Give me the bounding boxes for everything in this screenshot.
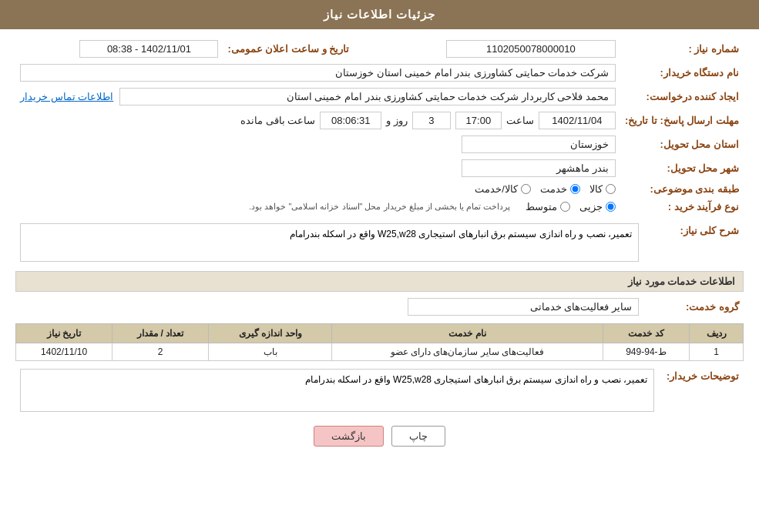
cell-tarikh: 1402/11/10 (16, 343, 113, 361)
mohlat-label: مهلت ارسال پاسخ: تا تاریخ: (620, 109, 744, 132)
cell-tedad: 2 (113, 343, 209, 361)
shomara-niaz-value: 1102050078000010 (446, 40, 616, 58)
tozihat-textarea[interactable] (20, 369, 654, 412)
print-button[interactable]: چاپ (391, 426, 445, 447)
col-nam: نام خدمت (332, 324, 603, 343)
gorohe-khedmat-label: گروه خدمت: (643, 295, 744, 319)
noue-radio-group: جزیی متوسط (526, 201, 616, 212)
tarikh-elaan-label: تاریخ و ساعت اعلان عمومی: (223, 37, 354, 61)
tabaqe-label: طبقه بندی موضوعی: (620, 180, 744, 198)
saat-label: ساعت (506, 115, 534, 126)
ijad-konande-label: ایجاد کننده درخواست: (620, 85, 744, 109)
radio-khedmat[interactable]: خدمت (540, 183, 580, 195)
roz-value: 3 (412, 112, 451, 129)
gorohe-khedmat-value: سایر فعالیت‌های خدماتی (408, 298, 639, 316)
cell-nam: فعالیت‌های سایر سازمان‌های دارای عضو (332, 343, 603, 361)
cell-kod: ط-94-949 (603, 343, 690, 361)
ostan-value: خوزستان (462, 136, 616, 153)
tozihat-label: توضیحات خریدار: (659, 366, 744, 415)
cell-vahed: باب (209, 343, 332, 361)
nam-dastgah-label: نام دستگاه خریدار: (620, 61, 744, 85)
col-tedad: تعداد / مقدار (113, 324, 209, 343)
col-radif: ردیف (690, 324, 744, 343)
baqi-mande-label: ساعت باقی مانده (240, 115, 315, 126)
tarikh-elaan-value: 1402/11/01 - 08:38 (79, 40, 218, 58)
noue-note: پرداخت تمام یا بخشی از مبلغ خریدار محل "… (249, 202, 510, 212)
noue-farayand-label: نوع فرآیند خرید : (620, 198, 744, 216)
back-button[interactable]: بازگشت (314, 426, 384, 447)
button-row: چاپ بازگشت (15, 426, 744, 447)
nam-dastgah-value: شرکت خدمات حمایتی کشاورزی بندر امام خمین… (20, 64, 616, 82)
radio-motavasset[interactable]: متوسط (526, 201, 570, 212)
radio-jozi[interactable]: جزیی (579, 201, 616, 212)
saat-value: 17:00 (455, 112, 502, 129)
baqi-mande-value: 08:06:31 (320, 112, 381, 129)
page-title: جزئیات اطلاعات نیاز (324, 8, 435, 21)
services-section-header: اطلاعات خدمات مورد نیاز (15, 271, 744, 292)
ijad-konande-value: محمد فلاحی کاربردار شرکت خدمات حمایتی کش… (119, 88, 616, 105)
col-tarikh: تاریخ نیاز (16, 324, 113, 343)
page-header: جزئیات اطلاعات نیاز (0, 0, 759, 29)
shomara-niaz-label: شماره نیاز : (620, 37, 744, 61)
radio-kala-khedmat[interactable]: کالا/خدمت (475, 183, 531, 195)
col-kod: کد خدمت (603, 324, 690, 343)
sharh-label: شرح کلی نیاز: (643, 220, 744, 265)
tarikh-value: 1402/11/04 (539, 112, 616, 129)
roz-label: روز و (386, 115, 408, 126)
ostan-label: استان محل تحویل: (620, 132, 744, 156)
ijad-konande-link[interactable]: اطلاعات تماس خریدار (20, 91, 113, 102)
col-vahed: واحد اندازه گیری (209, 324, 332, 343)
radio-kala[interactable]: کالا (589, 183, 616, 195)
table-row: 1 ط-94-949 فعالیت‌های سایر سازمان‌های دا… (16, 343, 744, 361)
cell-radif: 1 (690, 343, 744, 361)
shahr-label: شهر محل تحویل: (620, 156, 744, 180)
sharh-textarea[interactable] (20, 223, 639, 262)
services-table: ردیف کد خدمت نام خدمت واحد اندازه گیری ت… (15, 323, 744, 361)
shahr-value: بندر ماهشهر (462, 159, 616, 177)
tabaqe-radio-group: کالا خدمت کالا/خدمت (20, 183, 616, 195)
